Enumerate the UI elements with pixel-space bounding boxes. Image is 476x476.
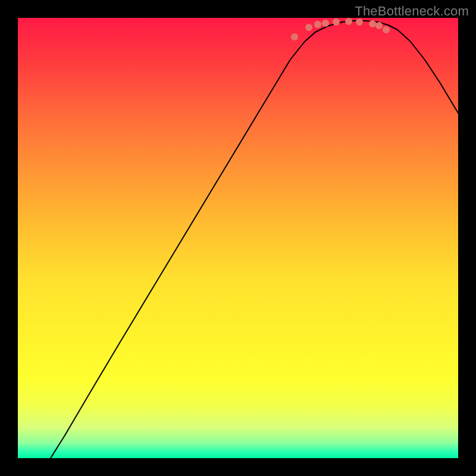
valley-marker [383, 26, 390, 33]
series-container [51, 18, 458, 458]
bottleneck-curve-path [51, 21, 458, 458]
watermark-text: TheBottleneck.com [355, 4, 469, 19]
valley-marker [333, 18, 340, 26]
chart-svg [18, 18, 458, 458]
valley-marker [369, 20, 376, 27]
valley-marker [375, 22, 383, 29]
valley-marker [356, 18, 363, 26]
chart-frame: TheBottleneck.com [0, 0, 476, 476]
chart-plot-area [18, 18, 458, 458]
valley-marker [291, 33, 298, 40]
valley-marker [305, 24, 312, 31]
valley-marker [314, 21, 321, 28]
valley-marker [322, 20, 329, 27]
valley-marker [345, 18, 352, 25]
